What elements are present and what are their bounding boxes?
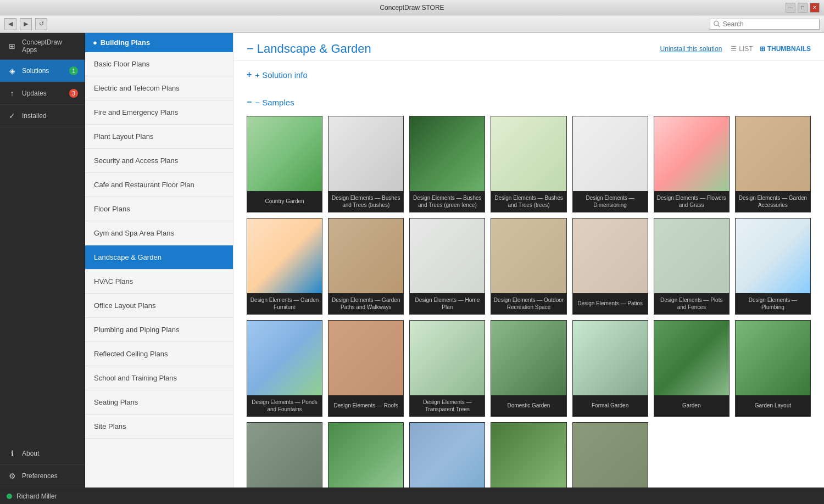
thumb-item-moresque-garden[interactable]: Moresque Garden bbox=[328, 422, 404, 488]
minimize-button[interactable]: — bbox=[786, 3, 795, 13]
titlebar-controls: — □ ✕ bbox=[786, 3, 820, 13]
content-title: −Landscape & Garden bbox=[247, 42, 371, 56]
nav-item-plumbing[interactable]: Plumbing and Piping Plans bbox=[85, 318, 233, 342]
content-area: −Landscape & Garden Uninstall this solut… bbox=[233, 33, 824, 488]
thumb-item-garden[interactable]: Garden bbox=[654, 320, 730, 417]
thumb-item-de-roofs[interactable]: Design Elements — Roofs bbox=[328, 320, 404, 417]
solutions-badge: 1 bbox=[69, 66, 78, 75]
thumb-item-de-bushes-trees2[interactable]: Design Elements — Bushes and Trees (tree… bbox=[491, 116, 566, 212]
nav-item-security[interactable]: Security and Access Plans bbox=[85, 149, 233, 173]
nav-item-reflected[interactable]: Reflected Ceiling Plans bbox=[85, 342, 233, 366]
svg-line-1 bbox=[718, 25, 720, 26]
thumb-image-de-garden-acc bbox=[736, 116, 810, 191]
thumb-item-de-ponds[interactable]: Design Elements — Ponds and Fountains bbox=[247, 320, 322, 417]
thumb-label-garden: Garden bbox=[654, 395, 729, 415]
restore-button[interactable]: □ bbox=[798, 3, 808, 13]
nav-item-basic-floor[interactable]: Basic Floor Plans bbox=[85, 52, 233, 76]
thumb-label-de-garden-acc: Design Elements — Garden Accessories bbox=[736, 191, 810, 212]
sidebar-item-updates[interactable]: ↑ Updates 3 bbox=[0, 82, 85, 105]
sidebar-label-preferences: Preferences bbox=[22, 472, 58, 480]
solution-info-header[interactable]: + + Solution info bbox=[247, 66, 811, 83]
solution-info-section: + + Solution info bbox=[233, 61, 824, 88]
sidebar-item-solutions[interactable]: ◈ Solutions 1 bbox=[0, 60, 85, 82]
nav-item-cafe[interactable]: Cafe and Restaurant Floor Plan bbox=[85, 173, 233, 197]
nav-item-office[interactable]: Office Layout Plans bbox=[85, 294, 233, 318]
nav-item-seating[interactable]: Seating Plans bbox=[85, 390, 233, 415]
thumb-image-de-plots bbox=[654, 219, 729, 293]
thumb-item-de-bushes-green[interactable]: Design Elements — Bushes and Trees (gree… bbox=[409, 116, 485, 212]
close-button[interactable]: ✕ bbox=[810, 3, 820, 13]
list-view-button[interactable]: ☰ LIST bbox=[731, 45, 753, 53]
thumb-image-de-plumbing bbox=[736, 219, 810, 293]
nav-item-electric[interactable]: Electric and Telecom Plans bbox=[85, 76, 233, 100]
thumb-image-de-outdoor bbox=[491, 219, 566, 293]
thumb-item-de-furniture[interactable]: Design Elements — Garden Furniture bbox=[247, 218, 322, 315]
thumb-item-de-bushes-trees[interactable]: Design Elements — Bushes and Trees (bush… bbox=[328, 116, 404, 212]
sidebar-item-apps[interactable]: ⊞ ConceptDraw Apps bbox=[0, 33, 85, 60]
thumb-item-de-outdoor[interactable]: Design Elements — Outdoor Recreation Spa… bbox=[491, 218, 566, 315]
thumb-item-de-paths[interactable]: Design Elements — Garden Paths and Walkw… bbox=[328, 218, 404, 315]
thumb-item-domestic-garden[interactable]: Domestic Garden bbox=[491, 320, 566, 417]
title-minus: − bbox=[247, 42, 254, 55]
nav-item-plant[interactable]: Plant Layout Plans bbox=[85, 125, 233, 149]
nav-item-floor[interactable]: Floor Plans bbox=[85, 197, 233, 221]
thumb-image-garden bbox=[654, 321, 729, 395]
thumb-item-de-home-plan[interactable]: Design Elements — Home Plan bbox=[409, 218, 485, 315]
thumb-item-garden-layout[interactable]: Garden Layout bbox=[735, 320, 811, 417]
thumb-item-de-transparent[interactable]: Design Elements — Transparent Trees bbox=[409, 320, 485, 417]
thumb-item-de-garden-acc[interactable]: Design Elements — Garden Accessories bbox=[735, 116, 811, 212]
apps-icon: ⊞ bbox=[7, 41, 18, 52]
thumb-item-country-garden[interactable]: Country Garden bbox=[247, 116, 322, 212]
content-title-text: Landscape & Garden bbox=[257, 42, 371, 55]
back-button[interactable]: ◀ bbox=[4, 18, 16, 30]
refresh-button[interactable]: ↺ bbox=[35, 18, 47, 30]
thumb-image-formal-garden bbox=[573, 321, 648, 395]
thumb-label-de-flowers: Design Elements — Flowers and Grass bbox=[654, 191, 729, 212]
user-name: Richard Miller bbox=[16, 492, 57, 500]
solution-info-label: + Solution info bbox=[255, 70, 308, 80]
uninstall-link[interactable]: Uninstall this solution bbox=[660, 45, 722, 53]
thumb-label-country-garden: Country Garden bbox=[247, 191, 322, 211]
preferences-icon: ⚙ bbox=[7, 471, 18, 481]
sidebar-label-installed: Installed bbox=[22, 112, 47, 120]
thumb-item-terrace-garden[interactable]: Terrace Garden bbox=[409, 422, 485, 488]
thumb-item-de-flowers[interactable]: Design Elements — Flowers and Grass bbox=[654, 116, 730, 212]
thumb-item-de-dimensioning[interactable]: Design Elements — Dimensioning bbox=[572, 116, 648, 212]
search-input[interactable] bbox=[723, 20, 816, 28]
thumb-label-de-home-plan: Design Elements — Home Plan bbox=[410, 293, 485, 314]
thumb-item-water-communication[interactable]: Water Communication Plan bbox=[572, 422, 648, 488]
thumb-item-de-plumbing[interactable]: Design Elements — Plumbing bbox=[735, 218, 811, 315]
thumb-item-de-plots[interactable]: Design Elements — Plots and Fences bbox=[654, 218, 730, 315]
thumb-image-de-bushes-green bbox=[410, 116, 485, 191]
nav-item-gym[interactable]: Gym and Spa Area Plans bbox=[85, 221, 233, 245]
thumb-image-de-patios bbox=[573, 219, 648, 293]
main-layout: ⊞ ConceptDraw Apps ◈ Solutions 1 ↑ Updat… bbox=[0, 33, 824, 488]
thumb-item-formal-garden[interactable]: Formal Garden bbox=[572, 320, 648, 417]
updates-badge: 3 bbox=[69, 89, 78, 98]
thumbnails-grid: Country Garden Design Elements — Bushes … bbox=[247, 110, 811, 488]
sidebar-item-installed[interactable]: ✓ Installed bbox=[0, 105, 85, 127]
samples-header[interactable]: − − Samples bbox=[247, 94, 811, 110]
search-box[interactable] bbox=[710, 19, 820, 30]
thumb-item-garden-path[interactable]: Garden Path bbox=[247, 422, 322, 488]
svg-point-0 bbox=[714, 21, 719, 25]
nav-item-fire[interactable]: Fire and Emergency Plans bbox=[85, 100, 233, 125]
nav-item-school[interactable]: School and Training Plans bbox=[85, 366, 233, 390]
thumb-label-de-bushes-trees: Design Elements — Bushes and Trees (bush… bbox=[329, 191, 403, 212]
thumb-item-de-patios[interactable]: Design Elements — Patios bbox=[572, 218, 648, 315]
sidebar: ⊞ ConceptDraw Apps ◈ Solutions 1 ↑ Updat… bbox=[0, 33, 85, 488]
sidebar-item-about[interactable]: ℹ About bbox=[0, 443, 85, 465]
thumb-image-de-bushes-trees2 bbox=[491, 116, 566, 191]
nav-item-hvac[interactable]: HVAC Plans bbox=[85, 270, 233, 294]
thumb-label-formal-garden: Formal Garden bbox=[573, 395, 648, 415]
forward-button[interactable]: ▶ bbox=[20, 18, 32, 30]
nav-item-landscape[interactable]: Landscape & Garden bbox=[85, 245, 233, 270]
view-toggle: ☰ LIST ⊞ THUMBNAILS bbox=[731, 45, 811, 53]
search-icon bbox=[714, 20, 721, 28]
nav-item-site[interactable]: Site Plans bbox=[85, 415, 233, 439]
thumb-image-de-paths bbox=[329, 219, 403, 293]
thumb-label-de-bushes-trees2: Design Elements — Bushes and Trees (tree… bbox=[491, 191, 566, 212]
thumbnails-view-button[interactable]: ⊞ THUMBNAILS bbox=[760, 45, 811, 53]
thumb-item-tropical-garden[interactable]: Tropical Garden bbox=[491, 422, 566, 488]
sidebar-item-preferences[interactable]: ⚙ Preferences bbox=[0, 465, 85, 488]
